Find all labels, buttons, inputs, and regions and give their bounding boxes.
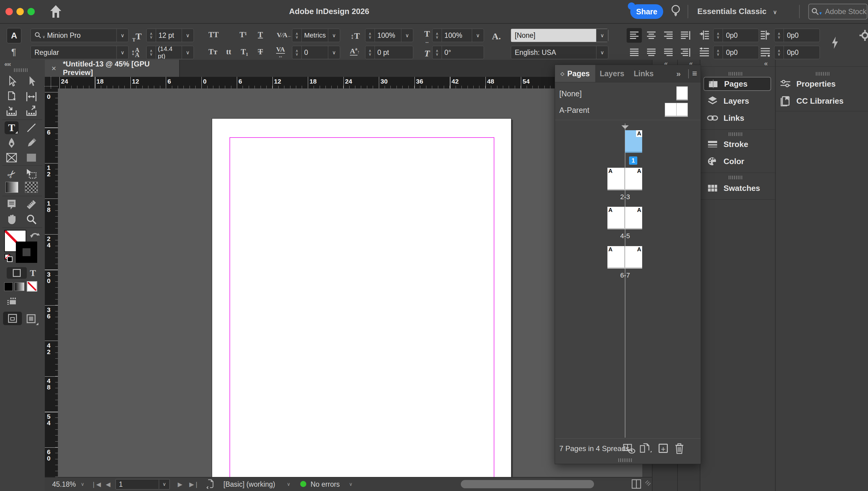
character-style-combo[interactable]: [None] ∨ (511, 29, 608, 42)
zoom-level[interactable]: 45.18% (52, 480, 76, 489)
vertical-scale-field[interactable]: ∧∨ 100% ∨ (365, 29, 413, 42)
font-size-field[interactable]: ∧∨ 12 pt ∨ (146, 29, 194, 42)
stepper[interactable]: ∧∨ (292, 46, 302, 59)
baseline-shift-field[interactable]: ∧∨ 0 pt (365, 46, 413, 59)
ruler-origin-box[interactable] (45, 77, 58, 89)
normal-view-mode-button[interactable] (3, 312, 22, 325)
tab-pages[interactable]: ◇ Pages (555, 65, 595, 82)
workspace-switcher[interactable]: Essentials Classic ∨ (697, 7, 777, 16)
panel-menu-icon[interactable]: ≡ (692, 68, 697, 78)
character-formatting-button[interactable]: A (7, 28, 21, 43)
left-indent-field[interactable]: ∧∨ 0p0 (713, 29, 759, 42)
parent-a-thumbnail[interactable] (665, 103, 688, 117)
align-right-button[interactable] (661, 28, 676, 43)
close-tab-icon[interactable]: × (52, 64, 56, 73)
justify-right-button[interactable] (661, 45, 676, 60)
stepper[interactable]: ∧∨ (774, 29, 784, 42)
scissors-tool[interactable]: ✂ (5, 168, 19, 180)
justify-center-button[interactable] (644, 45, 659, 60)
home-icon[interactable] (50, 4, 62, 18)
line-tool[interactable] (24, 121, 38, 134)
spread-4-5-thumbnail[interactable]: A A (608, 207, 642, 229)
last-line-indent-field[interactable]: ∧∨ 0p0 (774, 46, 820, 59)
previous-page-button[interactable]: ◀ (106, 481, 110, 488)
split-layout-view-button[interactable] (631, 479, 642, 489)
justify-left-button[interactable] (678, 28, 693, 43)
paragraph-formatting-button[interactable]: ¶ (7, 45, 21, 59)
horizontal-scrollbar-thumb[interactable] (461, 480, 594, 488)
parent-none-label[interactable]: [None] (559, 89, 582, 98)
rectangle-frame-tool[interactable] (5, 151, 19, 164)
dock-button-stroke[interactable]: Stroke (707, 138, 771, 151)
horizontal-scale-field[interactable]: ∧∨ 100% ∨ (432, 29, 484, 42)
preview-mode-button[interactable] (24, 312, 38, 325)
new-spread-icon[interactable] (639, 442, 652, 454)
dock-button-swatches[interactable]: Swatches (707, 182, 771, 195)
share-button[interactable]: Share (630, 4, 663, 19)
stroke-proxy[interactable] (16, 241, 37, 263)
spread-6-7-thumbnail[interactable]: A A (608, 246, 642, 269)
stepper[interactable]: ∧∨ (147, 46, 156, 59)
parent-a-label[interactable]: A-Parent (559, 106, 589, 115)
stepper[interactable]: ∧∨ (432, 46, 442, 59)
selection-tool[interactable] (5, 75, 19, 88)
document-page[interactable] (212, 118, 512, 477)
page-number-field[interactable]: 1 ∨ (116, 479, 170, 489)
last-page-button[interactable]: ▶❘ (189, 481, 199, 488)
stepper[interactable]: ∧∨ (432, 29, 442, 42)
tracking-field[interactable]: ∧∨ 0 ∨ (292, 46, 340, 59)
discover-lightbulb-icon[interactable] (671, 4, 681, 19)
tab-layers[interactable]: Layers (596, 65, 628, 82)
apply-color-button[interactable] (4, 282, 13, 291)
next-page-button[interactable]: ▶ (178, 481, 182, 488)
dock-button-cc-libraries[interactable]: CC Libraries (780, 94, 865, 107)
panel-resize-grip[interactable] (618, 458, 632, 462)
note-tool[interactable] (5, 198, 19, 211)
dock-button-layers[interactable]: Layers (707, 94, 771, 107)
preflight-profile[interactable]: [Basic] (working) (223, 480, 275, 489)
rectangle-tool[interactable] (24, 151, 38, 164)
strikethrough-toggle[interactable]: T (258, 48, 263, 56)
spread-4-5-label[interactable]: 4-5 (607, 232, 643, 240)
right-indent-field[interactable]: ∧∨ 0p0 (774, 29, 820, 42)
kerning-field[interactable]: ∧∨ Metrics ∨ (292, 29, 340, 42)
zoom-window-button[interactable] (27, 8, 35, 15)
window-resize-grip[interactable] (645, 480, 651, 486)
page-1-thumbnail[interactable]: A (625, 130, 642, 153)
stepper[interactable]: ∧∨ (774, 46, 784, 59)
spread-2-3-label[interactable]: 2-3 (607, 193, 643, 201)
vertical-ruler[interactable]: 06121824303642485460 (45, 88, 58, 478)
edit-page-size-icon[interactable] (623, 442, 636, 454)
pencil-tool[interactable] (24, 137, 38, 149)
collapse-tools-chevron[interactable]: «« (4, 60, 10, 68)
spread-6-7-label[interactable]: 6-7 (607, 271, 643, 279)
content-collector-tool[interactable] (5, 105, 19, 118)
ligatures-toggle[interactable]: tt (226, 48, 231, 56)
hand-tool[interactable] (5, 213, 19, 226)
stepper[interactable]: ∧∨ (713, 29, 723, 42)
measure-tool[interactable] (24, 198, 38, 211)
dock-grip[interactable] (816, 72, 829, 76)
all-caps-toggle[interactable]: TT (209, 30, 219, 39)
dock-grip[interactable] (729, 176, 742, 179)
font-style-combo[interactable]: Regular ∨ (30, 46, 129, 59)
errors-status[interactable]: No errors (311, 480, 340, 489)
justify-all-button[interactable] (627, 45, 642, 60)
dock-button-properties[interactable]: Properties (780, 78, 865, 90)
font-family-combo[interactable]: ∨ Minion Pro ∨ (30, 29, 129, 42)
page-1-number-badge[interactable]: 1 (629, 156, 637, 165)
stepper[interactable]: ∧∨ (365, 46, 375, 59)
formatting-affects-container-button[interactable] (7, 267, 27, 279)
stepper[interactable]: ∧∨ (147, 29, 156, 42)
default-fill-stroke-icon[interactable] (4, 254, 13, 263)
gradient-feather-tool[interactable] (25, 182, 38, 193)
page-tool[interactable] (5, 90, 19, 103)
view-options-icon[interactable] (7, 297, 18, 306)
preflight-icon[interactable] (206, 479, 215, 489)
align-left-button[interactable] (627, 28, 642, 43)
leading-field[interactable]: ∧∨ (14.4 pt) ∨ (146, 46, 194, 59)
align-center-button[interactable] (644, 28, 659, 43)
apply-gradient-button[interactable] (14, 282, 24, 291)
zoom-tool[interactable] (24, 213, 38, 226)
language-combo[interactable]: English: USA ∨ (511, 46, 608, 59)
